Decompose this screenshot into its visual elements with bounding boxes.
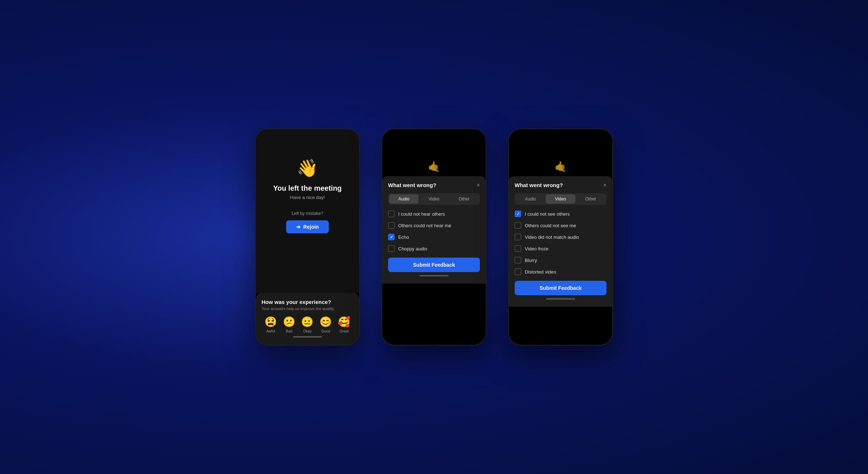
experience-subtitle: Your answers help us improve the quality… [261, 306, 353, 311]
good-label: Good [322, 329, 330, 333]
checkbox-video-audio-mismatch[interactable] [515, 234, 521, 240]
emoji-great[interactable]: 🥰 Great [338, 316, 350, 333]
emoji-good[interactable]: 😊 Good [319, 316, 332, 333]
audio-issues-list: I could not hear others Others could not… [388, 211, 480, 252]
choppy-audio-label: Choppy audio [398, 246, 427, 251]
great-label: Great [340, 329, 349, 333]
phone-video-feedback: 🤙 What went wrong? × Audio Video Other I… [508, 128, 613, 346]
tab-other[interactable]: Other [450, 194, 479, 204]
others-cant-hear-label: Others could not hear me [398, 223, 451, 228]
video-froze-label: Video froze [525, 246, 549, 251]
list-item[interactable]: I could not hear others [388, 211, 480, 217]
home-indicator-2 [420, 275, 448, 276]
wave-emoji: 👋 [297, 158, 318, 178]
video-feedback-modal: What went wrong? × Audio Video Other I c… [509, 176, 612, 307]
checkbox-others-cant-hear[interactable] [388, 222, 395, 229]
rejoin-button[interactable]: ➔ Rejoin [286, 220, 329, 233]
good-emoji: 😊 [319, 316, 332, 328]
cant-hear-others-label: I could not hear others [398, 211, 445, 217]
modal-header-3: What went wrong? × [515, 182, 607, 188]
category-tabs-3: Audio Video Other [515, 193, 607, 205]
checkbox-echo[interactable] [388, 234, 395, 240]
list-item[interactable]: Echo [388, 234, 480, 240]
list-item[interactable]: Distorted video [515, 268, 607, 275]
tab-other-3[interactable]: Other [576, 194, 605, 204]
mistake-text: Left by mistake? [292, 211, 323, 216]
okay-label: Okay [303, 329, 311, 333]
experience-title: How was your experience? [261, 299, 353, 305]
phone3-video-area: 🤙 [509, 129, 612, 176]
great-emoji: 🥰 [338, 316, 350, 328]
bad-emoji: 😕 [283, 316, 295, 328]
experience-panel: How was your experience? Your answers he… [256, 293, 359, 345]
hand-emoji-peek: 🤙 [428, 161, 441, 173]
tab-audio-3[interactable]: Audio [516, 194, 545, 204]
emoji-awful[interactable]: 😫 Awful [264, 316, 277, 333]
awful-label: Awful [266, 329, 275, 333]
audio-feedback-modal: What went wrong? × Audio Video Other I c… [382, 176, 486, 284]
meeting-left-title: You left the meeting [273, 184, 342, 192]
home-indicator-3 [546, 298, 575, 300]
submit-feedback-button-3[interactable]: Submit Feedback [515, 281, 607, 295]
list-item[interactable]: Video did not match audio [515, 234, 607, 240]
list-item[interactable]: Others could not see me [515, 222, 607, 229]
list-item[interactable]: Others could not hear me [388, 222, 480, 229]
emoji-okay[interactable]: 😐 Okay [301, 316, 314, 333]
modal-title: What went wrong? [388, 182, 436, 188]
list-item[interactable]: Video froze [515, 245, 607, 252]
checkbox-cant-hear-others[interactable] [388, 211, 395, 217]
bad-label: Bad [286, 329, 292, 333]
checkbox-cant-see-others[interactable] [515, 211, 521, 217]
awful-emoji: 😫 [264, 316, 277, 328]
checkbox-blurry[interactable] [515, 257, 521, 263]
video-issues-list: I could not see others Others could not … [515, 211, 607, 275]
emoji-bad[interactable]: 😕 Bad [283, 316, 295, 333]
checkbox-video-froze[interactable] [515, 245, 521, 252]
list-item[interactable]: I could not see others [515, 211, 607, 217]
list-item[interactable]: Choppy audio [388, 245, 480, 252]
meeting-left-subtitle: Have a nice day! [290, 195, 325, 200]
hand-emoji-peek-3: 🤙 [554, 161, 567, 173]
echo-label: Echo [398, 234, 409, 240]
emoji-rating-row: 😫 Awful 😕 Bad 😐 Okay 😊 Good 🥰 Great [261, 316, 353, 333]
tab-video-3[interactable]: Video [546, 194, 575, 204]
close-modal-button[interactable]: × [477, 182, 480, 188]
modal-header: What went wrong? × [388, 182, 480, 188]
tab-video[interactable]: Video [419, 194, 448, 204]
phone2-video-area: 🤙 [382, 129, 486, 176]
cant-see-others-label: I could not see others [525, 211, 570, 217]
blurry-label: Blurry [525, 258, 537, 263]
phone-left-content: 👋 You left the meeting Have a nice day! … [256, 129, 359, 293]
modal-title-3: What went wrong? [515, 182, 563, 188]
close-modal-button-3[interactable]: × [603, 182, 607, 188]
phone-left-meeting: 👋 You left the meeting Have a nice day! … [255, 128, 360, 346]
rejoin-label: Rejoin [303, 224, 319, 230]
checkbox-others-cant-see[interactable] [515, 222, 521, 229]
category-tabs: Audio Video Other [388, 193, 480, 205]
tab-audio[interactable]: Audio [389, 194, 418, 204]
video-audio-mismatch-label: Video did not match audio [525, 234, 579, 240]
checkbox-choppy-audio[interactable] [388, 245, 395, 252]
phone-audio-feedback: 🤙 What went wrong? × Audio Video Other I… [382, 128, 486, 346]
okay-emoji: 😐 [301, 316, 314, 328]
distorted-video-label: Distorted video [525, 269, 556, 275]
list-item[interactable]: Blurry [515, 257, 607, 263]
home-indicator [293, 336, 322, 338]
others-cant-see-label: Others could not see me [525, 223, 576, 228]
submit-feedback-button[interactable]: Submit Feedback [388, 258, 480, 272]
checkbox-distorted-video[interactable] [515, 268, 521, 275]
rejoin-icon: ➔ [296, 224, 301, 230]
